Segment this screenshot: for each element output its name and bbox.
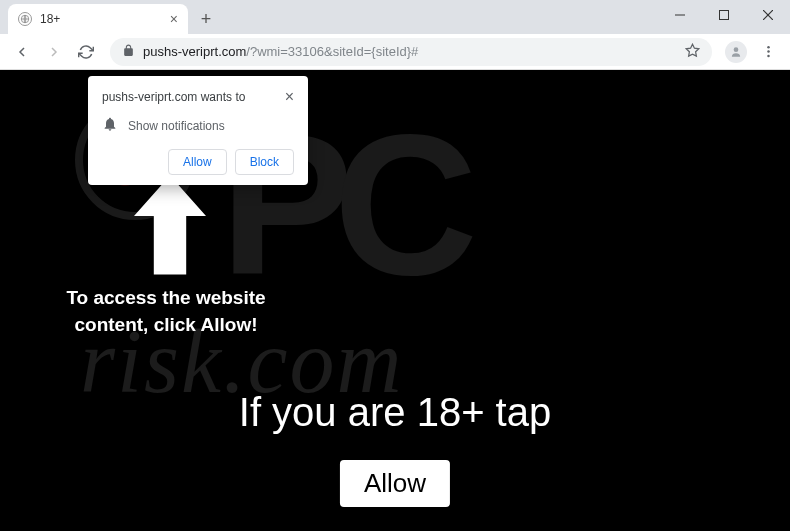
svg-point-7	[767, 46, 770, 49]
url-text: pushs-veriprt.com/?wmi=33106&siteId={sit…	[143, 44, 677, 59]
popup-message: Show notifications	[128, 119, 225, 133]
reload-button[interactable]	[72, 38, 100, 66]
back-button[interactable]	[8, 38, 36, 66]
svg-rect-2	[720, 11, 729, 20]
allow-notifications-button[interactable]: Allow	[168, 149, 227, 175]
popup-origin: pushs-veriprt.com wants to	[102, 90, 245, 104]
popup-close-icon[interactable]: ×	[285, 88, 294, 106]
arrow-up-icon	[125, 170, 215, 284]
instruction-text: To access the website content, click All…	[56, 285, 276, 338]
svg-marker-5	[686, 44, 699, 56]
maximize-button[interactable]	[702, 0, 746, 30]
browser-tab[interactable]: 18+ ×	[8, 4, 188, 34]
forward-button[interactable]	[40, 38, 68, 66]
block-notifications-button[interactable]: Block	[235, 149, 294, 175]
page-content: PC risk.com pushs-veriprt.com wants to ×…	[0, 70, 790, 531]
menu-button[interactable]	[754, 38, 782, 66]
minimize-button[interactable]	[658, 0, 702, 30]
bell-icon	[102, 116, 118, 135]
svg-point-8	[767, 50, 770, 53]
svg-point-9	[767, 55, 770, 58]
notification-permission-popup: pushs-veriprt.com wants to × Show notifi…	[88, 76, 308, 185]
star-icon[interactable]	[685, 43, 700, 61]
tab-title: 18+	[40, 12, 60, 26]
browser-toolbar: pushs-veriprt.com/?wmi=33106&siteId={sit…	[0, 34, 790, 70]
headline-text: If you are 18+ tap	[0, 390, 790, 435]
tab-close-icon[interactable]: ×	[170, 11, 178, 27]
page-allow-button[interactable]: Allow	[340, 460, 450, 507]
lock-icon	[122, 44, 135, 60]
svg-point-6	[734, 47, 739, 52]
new-tab-button[interactable]: +	[192, 5, 220, 33]
close-window-button[interactable]	[746, 0, 790, 30]
window-controls	[658, 0, 790, 30]
profile-avatar[interactable]	[722, 38, 750, 66]
globe-icon	[18, 12, 32, 26]
window-titlebar: 18+ × +	[0, 0, 790, 34]
address-bar[interactable]: pushs-veriprt.com/?wmi=33106&siteId={sit…	[110, 38, 712, 66]
